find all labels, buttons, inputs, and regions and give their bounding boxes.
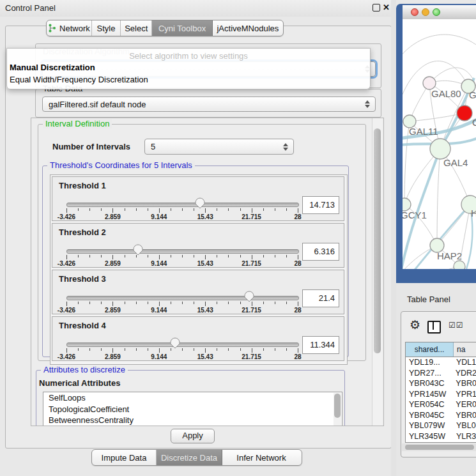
tab-style[interactable]: Style bbox=[92, 20, 121, 36]
attributes-group: Attributes to discretize Numerical Attri… bbox=[36, 370, 345, 426]
node-label: C bbox=[472, 117, 476, 128]
table-row[interactable]: YBR045CYBR0 bbox=[406, 410, 476, 421]
gear-icon[interactable]: ⚙ bbox=[410, 319, 420, 331]
tab-discretize-data[interactable]: Discretize Data bbox=[157, 450, 222, 465]
tab-jactivemnodules[interactable]: jActiveMNodules bbox=[213, 20, 283, 36]
list-item[interactable]: TopologicalCoefficient bbox=[43, 404, 342, 415]
threshold-value-field[interactable]: 21.4 bbox=[302, 289, 339, 307]
panel-title: Control Panel bbox=[5, 3, 56, 13]
network-window-titlebar[interactable] bbox=[403, 5, 476, 20]
threshold-value-field[interactable]: 14.713 bbox=[302, 196, 339, 214]
number-of-intervals-label: Number of Intervals bbox=[52, 142, 130, 151]
node-label: H bbox=[471, 208, 476, 219]
dropdown-item-manual-discretization[interactable]: Manual Discretization bbox=[10, 63, 95, 72]
slider-thumb[interactable] bbox=[243, 290, 255, 302]
thresholds-container: Threshold 1 -3.4262.8599.14415.4321.7152… bbox=[50, 174, 348, 365]
network-graph: GAL80 GA C GAL11 GAL4 GCY1 H HAP2 bbox=[403, 19, 476, 269]
vertical-scrollbar[interactable] bbox=[372, 118, 382, 426]
bottom-tabbar: Impute Data Discretize Data Infer Networ… bbox=[91, 449, 302, 466]
threshold-value-field[interactable]: 6.316 bbox=[302, 243, 339, 261]
tab-impute-data[interactable]: Impute Data bbox=[92, 450, 157, 465]
threshold-label: Threshold 3 bbox=[59, 274, 106, 284]
slider-thumb[interactable] bbox=[169, 337, 181, 349]
slider-ticks: -3.4262.8599.14415.4321.71528 bbox=[66, 302, 298, 313]
node-table: shared... na YDL19...YDL1YDR27...YDR2YBR… bbox=[405, 342, 476, 443]
group-title: Attributes to discretize bbox=[41, 365, 128, 374]
scrollbar-thumb[interactable] bbox=[374, 128, 381, 353]
table-header-row: shared... na bbox=[406, 342, 476, 357]
node-red-selected[interactable] bbox=[457, 105, 472, 121]
threshold-panel: Threshold 4 -3.4262.8599.14415.4321.7152… bbox=[52, 316, 344, 361]
settings-scrollpane: Interval Definition Number of Intervals … bbox=[31, 118, 384, 426]
combobox-value: 5 bbox=[145, 142, 280, 151]
table-row[interactable]: YBL079WYBL0 bbox=[406, 420, 476, 431]
node-gal4[interactable] bbox=[430, 139, 450, 159]
combobox-value: galFiltered.sif default node bbox=[43, 100, 362, 109]
threshold-label: Threshold 4 bbox=[59, 321, 106, 330]
number-of-intervals-combobox[interactable]: 5 bbox=[144, 139, 294, 155]
tab-label: Infer Network bbox=[236, 453, 286, 463]
checkbox-filter-icon[interactable]: ☑☑ bbox=[449, 321, 464, 330]
threshold-panel: Threshold 1 -3.4262.8599.14415.4321.7152… bbox=[52, 176, 344, 221]
column-header-shared-name[interactable]: shared... bbox=[406, 342, 454, 357]
list-item[interactable]: BetweennessCentrality bbox=[43, 415, 342, 426]
node-label: GCY1 bbox=[403, 210, 427, 220]
table-panel-box: ⚙ ☑☑ shared... na YDL19...YDL1YDR27...YD… bbox=[401, 311, 476, 457]
network-nodes bbox=[403, 77, 476, 269]
table-panel-title: Table Panel bbox=[407, 295, 450, 304]
zoom-traffic-light[interactable] bbox=[433, 8, 440, 16]
table-row[interactable]: YDL19...YDL1 bbox=[406, 357, 476, 368]
slider-track[interactable] bbox=[66, 203, 299, 207]
tab-infer-network[interactable]: Infer Network bbox=[222, 450, 300, 465]
threshold-value-field[interactable]: 11.344 bbox=[302, 336, 339, 354]
list-item[interactable]: SelfLoops bbox=[43, 392, 342, 404]
interval-definition-group: Interval Definition Number of Intervals … bbox=[38, 124, 366, 361]
column-header-name[interactable]: na bbox=[454, 342, 476, 357]
scrollbar-thumb[interactable] bbox=[405, 445, 474, 450]
stepper-arrows-icon bbox=[362, 100, 372, 108]
network-canvas[interactable]: GAL80 GA C GAL11 GAL4 GCY1 H HAP2 bbox=[403, 19, 476, 269]
table-row[interactable]: YDR27...YDR2 bbox=[406, 368, 476, 379]
table-data-combobox[interactable]: galFiltered.sif default node bbox=[42, 96, 376, 112]
numerical-attributes-label: Numerical Attributes bbox=[39, 378, 120, 388]
threshold-panel: Threshold 2 -3.4262.8599.14415.4321.7152… bbox=[52, 223, 344, 268]
dropdown-item-equal-width[interactable]: Equal Width/Frequency Discretization bbox=[10, 75, 148, 84]
slider-thumb[interactable] bbox=[194, 197, 206, 209]
dropdown-hint: Select algorithm to view settings bbox=[7, 51, 370, 61]
threshold-label: Threshold 2 bbox=[59, 227, 106, 237]
horizontal-scrollbar[interactable] bbox=[402, 443, 476, 451]
table-row[interactable]: YIL052CYIL0 bbox=[406, 441, 476, 443]
tab-select[interactable]: Select bbox=[121, 20, 152, 36]
node-gcy1[interactable] bbox=[403, 198, 411, 211]
slider-track[interactable] bbox=[66, 249, 299, 254]
column-layout-icon[interactable] bbox=[427, 321, 441, 334]
node-label: GAL4 bbox=[443, 157, 468, 168]
close-traffic-light[interactable] bbox=[411, 8, 418, 16]
tab-label: Impute Data bbox=[102, 453, 147, 463]
table-row[interactable]: YBR043CYBR0 bbox=[406, 378, 476, 389]
float-window-icon[interactable] bbox=[372, 4, 380, 12]
node-gal80[interactable] bbox=[423, 77, 436, 89]
close-icon[interactable]: ✕ bbox=[383, 3, 390, 12]
network-tree-icon bbox=[48, 24, 56, 33]
tab-cyni-toolbox[interactable]: Cyni Toolbox bbox=[152, 20, 212, 36]
tab-network[interactable]: Network bbox=[47, 20, 92, 36]
node[interactable] bbox=[454, 261, 465, 269]
tab-label: Select bbox=[125, 24, 148, 33]
slider-thumb[interactable] bbox=[132, 243, 144, 256]
group-title: Threshold's Coordinates for 5 Intervals bbox=[47, 160, 195, 170]
table-row[interactable]: YER054CYER0 bbox=[406, 399, 476, 410]
list-scrollbar[interactable] bbox=[334, 393, 341, 426]
table-row[interactable]: YLR345WYLR3 bbox=[406, 431, 476, 442]
table-row[interactable]: YPR145WYPR1 bbox=[406, 389, 476, 400]
algorithm-dropdown-popup: Select algorithm to view settings Manual… bbox=[6, 48, 371, 89]
node-label: GAL11 bbox=[409, 126, 438, 137]
tab-label: Discretize Data bbox=[161, 453, 217, 463]
minimize-traffic-light[interactable] bbox=[422, 8, 429, 16]
tab-label: jActiveMNodules bbox=[217, 24, 279, 33]
tab-label: Cyni Toolbox bbox=[158, 24, 206, 33]
apply-button[interactable]: Apply bbox=[171, 429, 215, 443]
slider-track[interactable] bbox=[66, 342, 299, 347]
group-title: Interval Definition bbox=[43, 119, 112, 128]
slider-track[interactable] bbox=[66, 296, 299, 300]
